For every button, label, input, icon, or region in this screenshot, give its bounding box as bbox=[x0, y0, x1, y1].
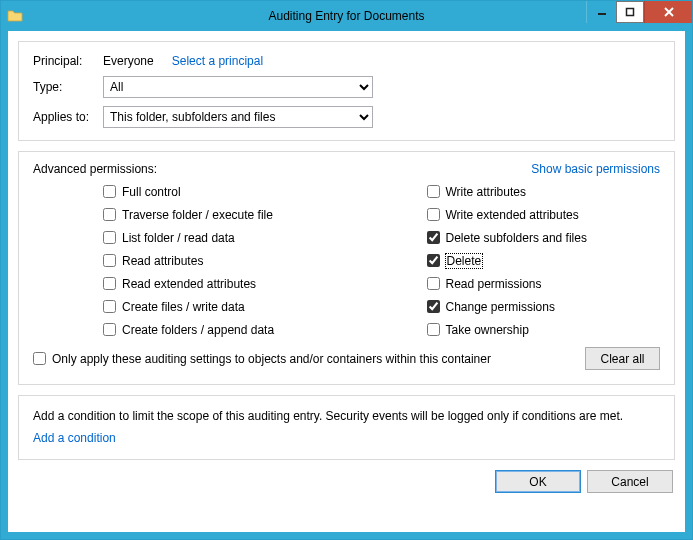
permission-row[interactable]: Read attributes bbox=[103, 251, 337, 270]
maximize-button[interactable] bbox=[616, 1, 644, 23]
permission-checkbox[interactable] bbox=[103, 185, 116, 198]
titlebar[interactable]: Auditing Entry for Documents bbox=[1, 1, 692, 31]
close-button[interactable] bbox=[644, 1, 692, 23]
folder-icon bbox=[7, 8, 23, 24]
permissions-column-left: Full controlTraverse folder / execute fi… bbox=[103, 182, 337, 339]
permission-label: Write extended attributes bbox=[446, 208, 579, 222]
permission-label: Create folders / append data bbox=[122, 323, 274, 337]
show-basic-permissions-link[interactable]: Show basic permissions bbox=[531, 162, 660, 176]
type-select[interactable]: All bbox=[103, 76, 373, 98]
permission-row[interactable]: Delete bbox=[427, 251, 661, 270]
add-condition-link[interactable]: Add a condition bbox=[33, 431, 116, 445]
permission-row[interactable]: Traverse folder / execute file bbox=[103, 205, 337, 224]
clear-all-button[interactable]: Clear all bbox=[585, 347, 660, 370]
principal-label: Principal: bbox=[33, 54, 103, 68]
permission-row[interactable]: Write extended attributes bbox=[427, 205, 661, 224]
permission-checkbox[interactable] bbox=[427, 254, 440, 267]
permissions-column-right: Write attributesWrite extended attribute… bbox=[427, 182, 661, 339]
advanced-permissions-heading: Advanced permissions: bbox=[33, 162, 157, 176]
permission-row[interactable]: Read extended attributes bbox=[103, 274, 337, 293]
permission-checkbox[interactable] bbox=[103, 231, 116, 244]
only-apply-row[interactable]: Only apply these auditing settings to ob… bbox=[33, 349, 491, 368]
permission-checkbox[interactable] bbox=[427, 231, 440, 244]
applies-to-label: Applies to: bbox=[33, 110, 103, 124]
permission-label: Write attributes bbox=[446, 185, 526, 199]
permission-row[interactable]: Read permissions bbox=[427, 274, 661, 293]
window-frame: Auditing Entry for Documents Principal: … bbox=[0, 0, 693, 540]
type-label: Type: bbox=[33, 80, 103, 94]
permission-label: Read attributes bbox=[122, 254, 203, 268]
permission-label: Delete subfolders and files bbox=[446, 231, 587, 245]
permission-row[interactable]: Create folders / append data bbox=[103, 320, 337, 339]
permission-checkbox[interactable] bbox=[103, 300, 116, 313]
only-apply-label: Only apply these auditing settings to ob… bbox=[52, 352, 491, 366]
permission-label: Change permissions bbox=[446, 300, 555, 314]
minimize-button[interactable] bbox=[586, 1, 616, 23]
permission-checkbox[interactable] bbox=[427, 300, 440, 313]
permission-row[interactable]: Change permissions bbox=[427, 297, 661, 316]
permission-checkbox[interactable] bbox=[427, 277, 440, 290]
window-title: Auditing Entry for Documents bbox=[268, 9, 424, 23]
permission-row[interactable]: Take ownership bbox=[427, 320, 661, 339]
permissions-panel: Advanced permissions: Show basic permiss… bbox=[18, 151, 675, 385]
permission-label: Create files / write data bbox=[122, 300, 245, 314]
permission-label: List folder / read data bbox=[122, 231, 235, 245]
permission-checkbox[interactable] bbox=[103, 323, 116, 336]
permission-checkbox[interactable] bbox=[427, 323, 440, 336]
permission-row[interactable]: Create files / write data bbox=[103, 297, 337, 316]
permission-checkbox[interactable] bbox=[103, 208, 116, 221]
principal-value: Everyone bbox=[103, 54, 154, 68]
applies-to-select[interactable]: This folder, subfolders and files bbox=[103, 106, 373, 128]
permission-checkbox[interactable] bbox=[103, 254, 116, 267]
permission-row[interactable]: Full control bbox=[103, 182, 337, 201]
permission-checkbox[interactable] bbox=[427, 185, 440, 198]
permission-label: Read permissions bbox=[446, 277, 542, 291]
condition-text: Add a condition to limit the scope of th… bbox=[33, 408, 660, 425]
permission-row[interactable]: Write attributes bbox=[427, 182, 661, 201]
permission-label: Traverse folder / execute file bbox=[122, 208, 273, 222]
permission-row[interactable]: List folder / read data bbox=[103, 228, 337, 247]
permission-label: Full control bbox=[122, 185, 181, 199]
permission-label: Take ownership bbox=[446, 323, 529, 337]
dialog-buttons: OK Cancel bbox=[18, 470, 675, 493]
permission-label: Delete bbox=[446, 254, 483, 268]
permission-row[interactable]: Delete subfolders and files bbox=[427, 228, 661, 247]
permission-checkbox[interactable] bbox=[427, 208, 440, 221]
svg-rect-1 bbox=[627, 9, 634, 16]
window-controls bbox=[586, 1, 692, 23]
only-apply-checkbox[interactable] bbox=[33, 352, 46, 365]
permission-label: Read extended attributes bbox=[122, 277, 256, 291]
condition-panel: Add a condition to limit the scope of th… bbox=[18, 395, 675, 460]
header-panel: Principal: Everyone Select a principal T… bbox=[18, 41, 675, 141]
client-area: Principal: Everyone Select a principal T… bbox=[1, 31, 692, 539]
cancel-button[interactable]: Cancel bbox=[587, 470, 673, 493]
ok-button[interactable]: OK bbox=[495, 470, 581, 493]
permission-checkbox[interactable] bbox=[103, 277, 116, 290]
select-principal-link[interactable]: Select a principal bbox=[172, 54, 263, 68]
